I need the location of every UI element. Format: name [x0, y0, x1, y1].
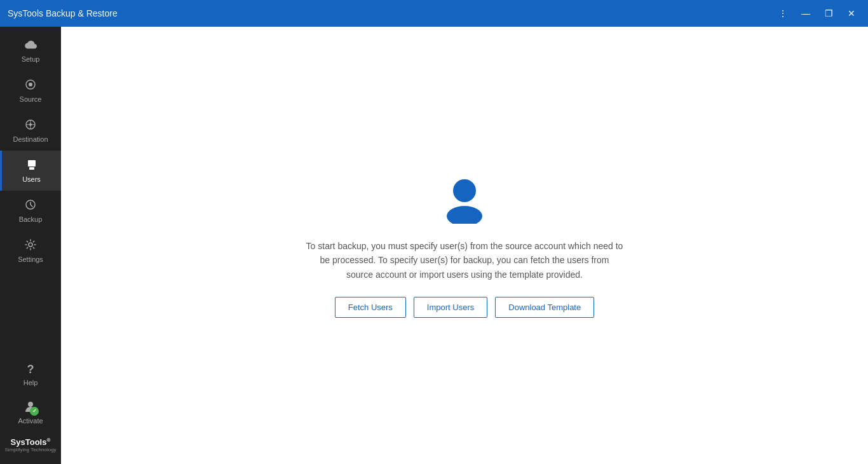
main-layout: Setup Source Destination — [0, 27, 868, 464]
svg-point-11 — [453, 179, 476, 202]
users-empty-state: To start backup, you must specify user(s… — [306, 173, 623, 318]
sidebar-item-backup-label: Backup — [19, 215, 43, 223]
brand-name: SysTools® — [4, 437, 56, 447]
systools-logo: SysTools® Simplifying Technology — [1, 431, 60, 459]
cloud-icon — [24, 39, 37, 53]
users-icon — [25, 158, 38, 173]
sidebar-item-destination[interactable]: Destination — [0, 111, 61, 151]
svg-point-9 — [29, 243, 32, 247]
source-icon — [24, 78, 37, 93]
download-template-button[interactable]: Download Template — [495, 297, 594, 318]
help-icon: ? — [27, 363, 34, 376]
help-label: Help — [24, 379, 38, 386]
titlebar: SysTools Backup & Restore ⋮ — ❐ ✕ — [0, 0, 868, 27]
svg-point-12 — [447, 206, 482, 224]
sidebar-item-source-label: Source — [20, 95, 42, 103]
sidebar-item-source[interactable]: Source — [0, 71, 61, 111]
svg-point-1 — [29, 83, 32, 86]
settings-icon — [24, 238, 37, 253]
action-buttons: Fetch Users Import Users Download Templa… — [335, 297, 594, 318]
backup-icon — [24, 198, 37, 213]
fetch-users-button[interactable]: Fetch Users — [335, 297, 406, 318]
sidebar-item-users[interactable]: Users — [0, 151, 61, 191]
active-status-dot — [30, 407, 39, 416]
more-options-button[interactable]: ⋮ — [774, 4, 792, 22]
window-controls: ⋮ — ❐ ✕ — [774, 4, 860, 22]
sidebar-item-settings[interactable]: Settings — [0, 231, 61, 271]
svg-rect-7 — [29, 167, 34, 170]
sidebar-item-destination-label: Destination — [13, 135, 48, 143]
restore-button[interactable]: ❐ — [820, 4, 837, 22]
help-button[interactable]: ? Help — [0, 357, 61, 393]
sidebar-item-settings-label: Settings — [18, 256, 43, 263]
brand-tagline: Simplifying Technology — [4, 447, 56, 453]
content-area: To start backup, you must specify user(s… — [61, 27, 868, 464]
activate-label: Activate — [18, 417, 43, 425]
sidebar: Setup Source Destination — [0, 27, 61, 464]
sidebar-item-setup[interactable]: Setup — [0, 32, 61, 71]
import-users-button[interactable]: Import Users — [414, 297, 487, 318]
sidebar-item-backup[interactable]: Backup — [0, 191, 61, 231]
destination-icon — [24, 118, 37, 133]
activate-icon-wrap — [24, 399, 37, 414]
users-description: To start backup, you must specify user(s… — [306, 239, 623, 282]
activate-button[interactable]: Activate — [0, 393, 61, 431]
user-placeholder-icon — [439, 173, 490, 224]
app-title: SysTools Backup & Restore — [8, 8, 118, 18]
sidebar-item-users-label: Users — [22, 175, 41, 183]
sidebar-bottom: ? Help Activate SysTools® Simplifying Te… — [0, 357, 61, 464]
minimize-button[interactable]: — — [797, 4, 815, 22]
sidebar-item-setup-label: Setup — [22, 55, 40, 63]
svg-point-10 — [28, 402, 33, 407]
close-button[interactable]: ✕ — [843, 4, 860, 22]
svg-rect-6 — [28, 160, 36, 167]
